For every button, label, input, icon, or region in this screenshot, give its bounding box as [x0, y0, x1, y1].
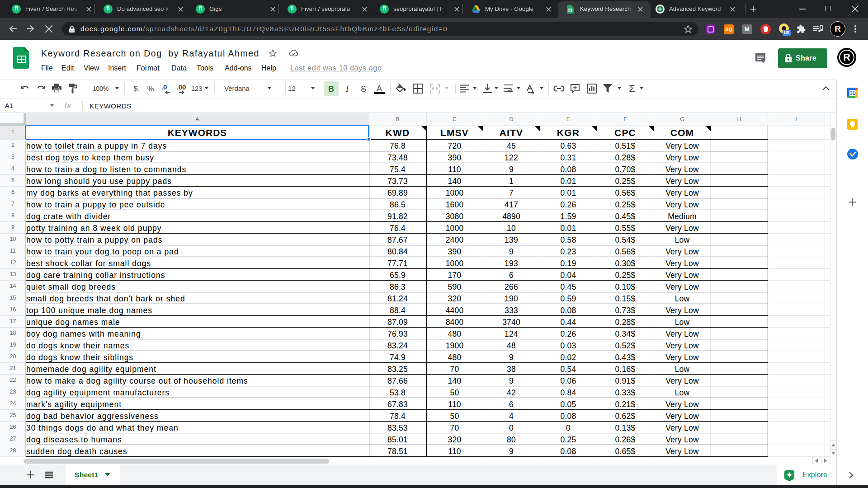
svg-text:31: 31 — [850, 91, 855, 96]
